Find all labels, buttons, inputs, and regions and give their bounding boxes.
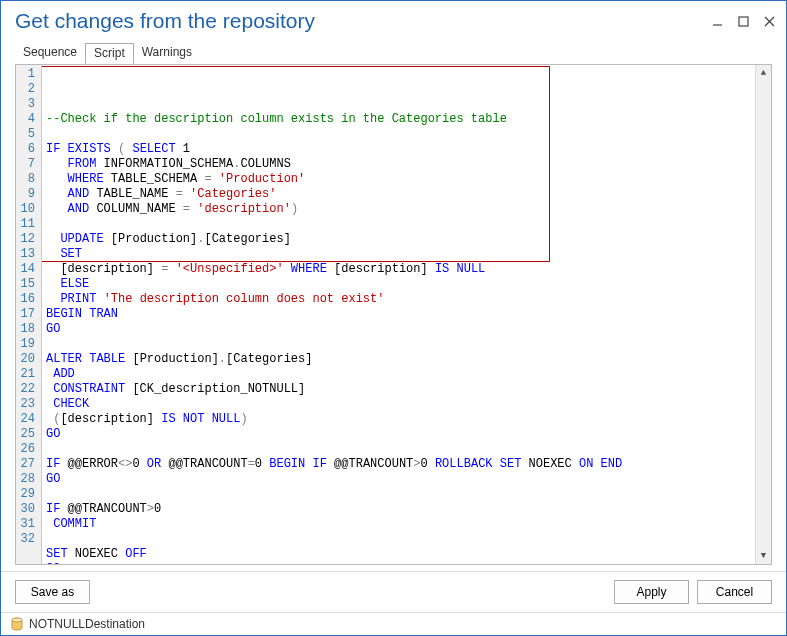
code-line[interactable]: AND COLUMN_NAME = 'description') [46, 202, 751, 217]
code-line[interactable]: FROM INFORMATION_SCHEMA.COLUMNS [46, 157, 751, 172]
tab-script[interactable]: Script [85, 43, 134, 64]
code-line[interactable]: UPDATE [Production].[Categories] [46, 232, 751, 247]
apply-button[interactable]: Apply [614, 580, 689, 604]
window-controls [710, 14, 776, 28]
code-area[interactable]: --Check if the description column exists… [42, 65, 755, 564]
code-line[interactable]: COMMIT [46, 517, 751, 532]
code-line[interactable]: SET NOEXEC OFF [46, 547, 751, 562]
window-title: Get changes from the repository [15, 9, 710, 33]
close-icon[interactable] [762, 14, 776, 28]
svg-point-5 [12, 618, 22, 622]
code-line[interactable]: ELSE [46, 277, 751, 292]
status-db-name: NOTNULLDestination [29, 617, 145, 631]
code-line[interactable]: BEGIN TRAN [46, 307, 751, 322]
scroll-up-icon[interactable]: ▲ [756, 65, 771, 81]
minimize-icon[interactable] [710, 14, 724, 28]
database-icon [11, 617, 23, 631]
code-line[interactable] [46, 217, 751, 232]
cancel-button[interactable]: Cancel [697, 580, 772, 604]
titlebar: Get changes from the repository [1, 1, 786, 37]
tab-sequence[interactable]: Sequence [15, 43, 85, 64]
code-line[interactable] [46, 337, 751, 352]
code-line[interactable]: [description] = '<Unspecified>' WHERE [d… [46, 262, 751, 277]
code-editor[interactable]: 1234567891011121314151617181920212223242… [15, 64, 772, 565]
tab-warnings[interactable]: Warnings [134, 43, 200, 64]
code-line[interactable] [46, 442, 751, 457]
code-line[interactable]: GO [46, 427, 751, 442]
code-line[interactable]: IF @@TRANCOUNT>0 [46, 502, 751, 517]
code-line[interactable]: ([description] IS NOT NULL) [46, 412, 751, 427]
vertical-scrollbar[interactable]: ▲ ▼ [755, 65, 771, 564]
save-as-button[interactable]: Save as [15, 580, 90, 604]
code-line[interactable]: IF @@ERROR<>0 OR @@TRANCOUNT=0 BEGIN IF … [46, 457, 751, 472]
line-gutter: 1234567891011121314151617181920212223242… [16, 65, 42, 564]
code-line[interactable]: GO [46, 562, 751, 564]
code-line[interactable] [46, 487, 751, 502]
code-line[interactable]: --Check if the description column exists… [46, 112, 751, 127]
code-line[interactable]: ALTER TABLE [Production].[Categories] [46, 352, 751, 367]
code-line[interactable]: ADD [46, 367, 751, 382]
status-bar: NOTNULLDestination [1, 612, 786, 635]
code-line[interactable]: PRINT 'The description column does not e… [46, 292, 751, 307]
code-line[interactable]: CONSTRAINT [CK_description_NOTNULL] [46, 382, 751, 397]
tab-bar: Sequence Script Warnings [1, 37, 786, 64]
code-line[interactable]: AND TABLE_NAME = 'Categories' [46, 187, 751, 202]
maximize-icon[interactable] [736, 14, 750, 28]
code-line[interactable] [46, 532, 751, 547]
code-line[interactable]: GO [46, 472, 751, 487]
code-line[interactable] [46, 127, 751, 142]
code-line[interactable]: IF EXISTS ( SELECT 1 [46, 142, 751, 157]
svg-rect-1 [739, 17, 748, 26]
button-bar: Save as Apply Cancel [1, 571, 786, 612]
code-line[interactable]: WHERE TABLE_SCHEMA = 'Production' [46, 172, 751, 187]
code-line[interactable]: CHECK [46, 397, 751, 412]
scroll-down-icon[interactable]: ▼ [756, 548, 771, 564]
code-line[interactable]: SET [46, 247, 751, 262]
code-line[interactable]: GO [46, 322, 751, 337]
